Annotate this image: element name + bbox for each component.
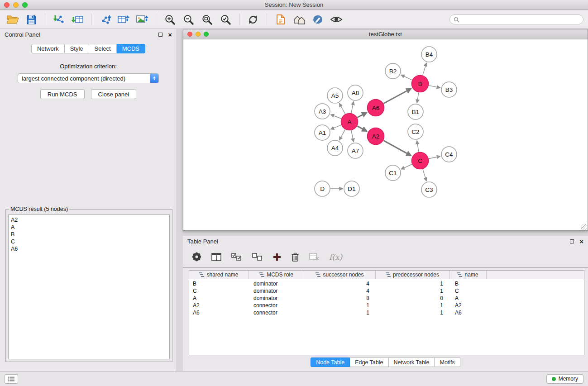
table-cell[interactable]: 0 <box>376 295 449 301</box>
table-tab-node-table[interactable]: Node Table <box>311 357 350 367</box>
graph-edge-A2-C[interactable] <box>383 140 411 156</box>
column-header-predecessor-nodes[interactable]: predecessor nodes <box>376 271 449 279</box>
zoom-out-button[interactable] <box>180 12 196 27</box>
table-cell[interactable]: dominator <box>249 281 304 287</box>
table-cell[interactable]: 1 <box>304 310 376 316</box>
close-panel-icon[interactable]: × <box>168 31 172 38</box>
annotations-button[interactable] <box>310 12 326 27</box>
table-cell[interactable]: C <box>189 288 249 294</box>
table-cell[interactable]: dominator <box>249 288 304 294</box>
criterion-dropdown[interactable]: largest connected component (directed) ▲… <box>18 73 159 83</box>
table-cell[interactable]: connector <box>249 310 304 316</box>
float-panel-icon[interactable] <box>158 33 163 37</box>
table-cell[interactable]: 4 <box>304 288 376 294</box>
delete-table-button[interactable] <box>309 253 319 261</box>
table-row-a[interactable]: Adominator80A <box>189 295 584 302</box>
search-input[interactable] <box>462 16 579 23</box>
show-columns-button[interactable] <box>211 253 221 261</box>
titlebar[interactable]: Session: New Session <box>0 0 588 10</box>
table-cell[interactable]: A2 <box>189 302 249 309</box>
column-header-shared-name[interactable]: shared name <box>189 271 249 279</box>
graph-edge-C-C2[interactable] <box>417 141 419 152</box>
network-overview-button[interactable] <box>291 12 307 27</box>
column-header-name[interactable]: name <box>449 271 487 279</box>
table-row-a6[interactable]: A6connector11A6 <box>189 309 584 316</box>
graph-edge-B-B3[interactable] <box>429 86 440 88</box>
export-table-button[interactable] <box>115 12 132 27</box>
table-cell[interactable]: 8 <box>304 295 376 301</box>
table-cell[interactable]: A6 <box>189 310 249 316</box>
fullscreen-window-button[interactable] <box>22 2 28 8</box>
network-close-button[interactable] <box>187 32 192 37</box>
graph-edge-C-C3[interactable] <box>423 169 426 181</box>
delete-column-button[interactable] <box>291 253 299 262</box>
table-cell[interactable]: C <box>449 288 487 294</box>
graph-edge-A-A4[interactable] <box>339 129 345 140</box>
close-table-panel-icon[interactable]: × <box>579 238 583 245</box>
memory-button[interactable]: Memory <box>546 374 583 384</box>
table-cell[interactable]: 1 <box>376 310 449 316</box>
table-row-b[interactable]: Bdominator41B <box>189 280 584 287</box>
resize-grip[interactable] <box>581 224 587 230</box>
create-column-button[interactable] <box>273 253 281 261</box>
mcds-result-item-c[interactable]: C <box>11 238 167 245</box>
export-network-button[interactable] <box>97 12 113 27</box>
table-cell[interactable]: 4 <box>304 281 376 287</box>
deselect-all-button[interactable] <box>252 253 263 261</box>
open-session-button[interactable] <box>5 12 21 27</box>
table-cell[interactable]: B <box>189 281 249 287</box>
mcds-result-list[interactable]: A2ABCA6 <box>8 214 170 359</box>
mcds-result-item-a2[interactable]: A2 <box>11 216 167 224</box>
control-tab-network[interactable]: Network <box>31 44 65 53</box>
mcds-result-item-a6[interactable]: A6 <box>11 245 167 253</box>
table-tab-network-table[interactable]: Network Table <box>389 357 435 367</box>
table-cell[interactable]: 1 <box>376 302 449 309</box>
table-cell[interactable]: dominator <box>249 295 304 301</box>
graph-edge-B-B1[interactable] <box>417 92 419 103</box>
close-window-button[interactable] <box>4 2 10 8</box>
graph-edge-A-A2[interactable] <box>357 126 367 131</box>
table-row-c[interactable]: Cdominator41C <box>189 287 584 295</box>
mcds-result-item-a[interactable]: A <box>11 224 167 231</box>
graph-edge-A6-B[interactable] <box>383 89 411 104</box>
table-cell[interactable]: A <box>449 295 487 301</box>
graph-edge-A-A6[interactable] <box>357 113 367 118</box>
apply-layout-button[interactable] <box>245 12 261 27</box>
export-image-button[interactable] <box>134 12 150 27</box>
graph-edge-B-B2[interactable] <box>401 75 412 80</box>
search-box[interactable] <box>449 14 583 24</box>
graph-edge-A-A3[interactable] <box>331 114 341 119</box>
graph-edge-A-A1[interactable] <box>331 125 341 129</box>
graph-edge-C-C4[interactable] <box>429 156 440 159</box>
table-tab-motifs[interactable]: Motifs <box>435 357 460 367</box>
table-cell[interactable]: A6 <box>449 310 487 316</box>
graph-edge-B-B4[interactable] <box>423 63 426 75</box>
column-header-mcds-role[interactable]: MCDS role <box>249 271 304 279</box>
table-cell[interactable]: connector <box>249 302 304 309</box>
close-panel-button[interactable]: Close panel <box>91 89 137 99</box>
mcds-result-item-b[interactable]: B <box>11 231 167 238</box>
graph-edge-C-C1[interactable] <box>401 164 412 169</box>
table-cell[interactable]: 1 <box>376 288 449 294</box>
table-cell[interactable]: B <box>449 281 487 287</box>
control-tab-select[interactable]: Select <box>89 44 117 53</box>
table-cell[interactable]: A2 <box>449 302 487 309</box>
select-all-button[interactable] <box>231 253 242 261</box>
network-zoom-button[interactable] <box>204 32 209 37</box>
import-table-button[interactable] <box>69 12 86 27</box>
network-canvas[interactable]: B4B2BB3A5A8A6B1A3AC2A1A2A4A7CC4C1C3DD1 <box>183 39 588 230</box>
zoom-selected-button[interactable] <box>217 12 234 27</box>
table-row-a2[interactable]: A2connector11A2 <box>189 302 584 309</box>
save-session-button[interactable] <box>23 12 39 27</box>
zoom-in-button[interactable] <box>162 12 178 27</box>
zoom-fit-button[interactable] <box>199 12 215 27</box>
network-window-titlebar[interactable]: testGlobe.txt <box>183 29 588 39</box>
run-mcds-button[interactable]: Run MCDS <box>40 89 85 99</box>
table-settings-button[interactable] <box>192 252 201 262</box>
task-history-button[interactable] <box>5 374 18 384</box>
column-header-successor-nodes[interactable]: successor nodes <box>304 271 376 279</box>
minimize-window-button[interactable] <box>13 2 19 8</box>
table-cell[interactable]: 1 <box>304 302 376 309</box>
graph-edge-A-A7[interactable] <box>351 130 354 142</box>
control-tab-style[interactable]: Style <box>65 44 89 53</box>
